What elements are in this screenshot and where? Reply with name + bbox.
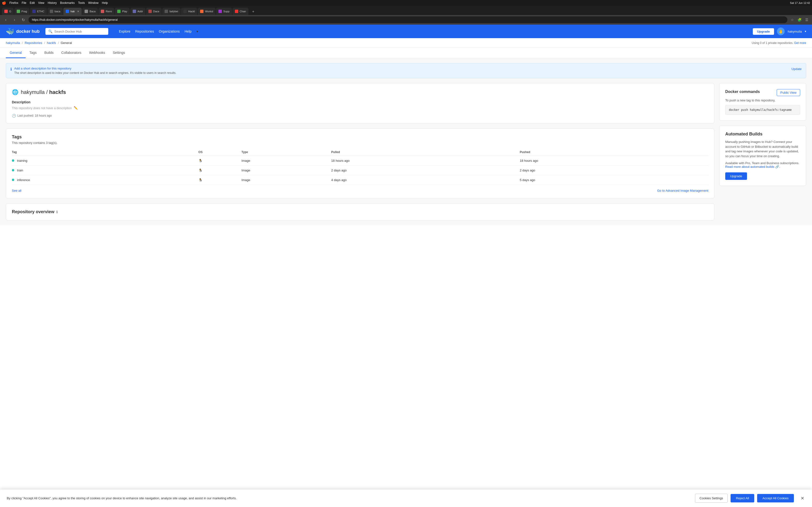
docker-command-code: docker push hakymulla/hackfs:tagname [725, 105, 800, 115]
repo-header: 🌐 hakymulla / hackfs [12, 89, 708, 95]
repo-overview-card: Repository overview ℹ [6, 203, 714, 220]
content-grid: 🌐 hakymulla / hackfs Description This re… [6, 83, 806, 220]
tags-footer: See all Go to Advanced Image Management [12, 189, 708, 192]
read-more-builds-link[interactable]: Read more about automated builds [725, 165, 774, 169]
repo-title: hakymulla / hackfs [21, 89, 66, 95]
table-row: training 🐧 Image 18 hours ago 18 hours a… [12, 156, 708, 166]
tab-hackl[interactable]: Hackl [181, 8, 197, 15]
dockerhub-logo[interactable]: 🐳 docker hub [6, 27, 40, 36]
new-tab-button[interactable]: + [250, 8, 257, 15]
bookmark-icon[interactable]: ☆ [789, 17, 795, 23]
tab-label: hak [70, 10, 75, 13]
tab-gmail[interactable]: G [2, 8, 14, 15]
col-pulled: Pulled [331, 149, 520, 156]
forward-button[interactable]: › [11, 16, 18, 23]
see-all-link[interactable]: See all [12, 189, 21, 192]
extensions-icon[interactable]: 🧩 [797, 17, 802, 23]
advanced-image-management-link[interactable]: Go to Advanced Image Management [657, 189, 708, 192]
menu-file[interactable]: File [22, 1, 27, 5]
tag-type-cell: Image [242, 156, 331, 166]
tab-remi[interactable]: Remi [98, 8, 114, 15]
menu-view[interactable]: View [38, 1, 45, 5]
overview-info-icon: ℹ [56, 210, 57, 214]
breadcrumb-user[interactable]: hakymulla [6, 41, 20, 45]
info-icon: ℹ [10, 67, 12, 71]
tab-play[interactable]: Play [115, 8, 130, 15]
tab-pragma[interactable]: Prag [14, 8, 30, 15]
tab-close-icon[interactable]: ✕ [77, 10, 79, 13]
menu-tools[interactable]: Tools [78, 1, 85, 5]
search-input[interactable] [54, 30, 105, 33]
update-link[interactable]: Update [792, 67, 802, 71]
breadcrumb-repositories[interactable]: Repositories [24, 41, 42, 45]
automated-builds-desc: Manually pushing images to Hub? Connect … [725, 139, 800, 158]
tab-chan[interactable]: Chan [233, 8, 248, 15]
menu-window[interactable]: Window [88, 1, 99, 5]
tags-table-header: Tag OS Type Pulled Pushed [12, 149, 708, 156]
menu-icon[interactable]: ☰ [804, 17, 810, 23]
col-os: OS [198, 149, 242, 156]
tab-label: Addr [138, 10, 143, 13]
upgrade-blue-button[interactable]: Upgrade [725, 172, 747, 180]
nav-explore[interactable]: Explore [119, 30, 130, 33]
globe-icon: 🌐 [12, 89, 18, 95]
tags-table: Tag OS Type Pulled Pushed training 🐧 I [12, 149, 708, 185]
tab-favicon [148, 10, 152, 13]
tab-dace[interactable]: Dace [146, 8, 162, 15]
tab-supp[interactable]: Supp [216, 8, 232, 15]
tab-favicon [164, 10, 168, 13]
user-menu-chevron[interactable]: ▾ [805, 30, 806, 33]
address-bar[interactable] [29, 16, 788, 23]
search-box[interactable]: 🔍 [45, 28, 108, 35]
private-info: Using 0 of 1 private repositories. Get m… [752, 41, 806, 45]
upgrade-button[interactable]: Upgrade [753, 28, 774, 35]
info-banner-desc: The short description is used to index y… [14, 71, 789, 74]
nav-organizations[interactable]: Organizations [159, 30, 180, 33]
tab-worksl[interactable]: Worksl [198, 8, 215, 15]
public-view-button[interactable]: Public View [777, 89, 800, 96]
col-type: Type [242, 149, 331, 156]
menu-history[interactable]: History [48, 1, 57, 5]
tab-baca[interactable]: baca [47, 8, 63, 15]
main-content: ℹ Add a short description for this repos… [0, 58, 812, 225]
menu-help[interactable]: Help [102, 1, 108, 5]
tag-type-cell: Image [242, 175, 331, 185]
menu-bookmarks[interactable]: Bookmarks [60, 1, 75, 5]
nav-repositories[interactable]: Repositories [135, 30, 154, 33]
nav-help[interactable]: Help [185, 30, 192, 33]
tab-bafybei[interactable]: bafybei [162, 8, 180, 15]
apple-menu-icon[interactable]: 🍎 [2, 1, 6, 5]
sub-tab-general[interactable]: General [6, 48, 26, 58]
sub-tab-settings[interactable]: Settings [109, 48, 129, 58]
user-avatar: 🤚 [777, 27, 785, 35]
sub-tab-webhooks[interactable]: Webhooks [85, 48, 109, 58]
docker-commands-card: Docker commands Public View To push a ne… [719, 83, 806, 121]
tab-haky-active[interactable]: hak ✕ [63, 8, 82, 15]
left-column: 🌐 hakymulla / hackfs Description This re… [6, 83, 714, 220]
tab-label: bafybei [169, 10, 178, 13]
tab-favicon [66, 10, 69, 13]
menu-edit[interactable]: Edit [30, 1, 35, 5]
docker-commands-title: Docker commands [725, 90, 760, 94]
sub-tab-builds[interactable]: Builds [40, 48, 57, 58]
tab-baca2[interactable]: Baca [82, 8, 98, 15]
browser-tabs-bar: G Prag ETHC baca hak ✕ Baca Remi [0, 6, 812, 15]
tab-favicon [101, 10, 104, 13]
breadcrumb-repo[interactable]: hackfs [47, 41, 56, 45]
sub-tab-tags[interactable]: Tags [26, 48, 41, 58]
external-link-icon: 🔗 [775, 165, 779, 169]
table-row: inference 🐧 Image 4 days ago 5 days ago [12, 175, 708, 185]
tab-ethc[interactable]: ETHC [30, 8, 47, 15]
edit-icon[interactable]: ✏️ [74, 106, 78, 110]
tag-pulled-cell: 18 hours ago [331, 156, 520, 166]
browser-nav-bar: ‹ › ↻ ☆ 🧩 ☰ [0, 15, 812, 24]
get-more-link[interactable]: Get more [794, 41, 806, 45]
automated-builds-card: Automated Builds Manually pushing images… [719, 125, 806, 186]
tab-favicon [50, 10, 53, 13]
os-menubar: 🍎 Firefox File Edit View History Bookmar… [0, 0, 812, 6]
back-button[interactable]: ‹ [2, 16, 9, 23]
sub-tab-collaborators[interactable]: Collaborators [57, 48, 85, 58]
reload-button[interactable]: ↻ [20, 16, 27, 23]
description-label: Description [12, 100, 708, 104]
tab-addr[interactable]: Addr [130, 8, 146, 15]
